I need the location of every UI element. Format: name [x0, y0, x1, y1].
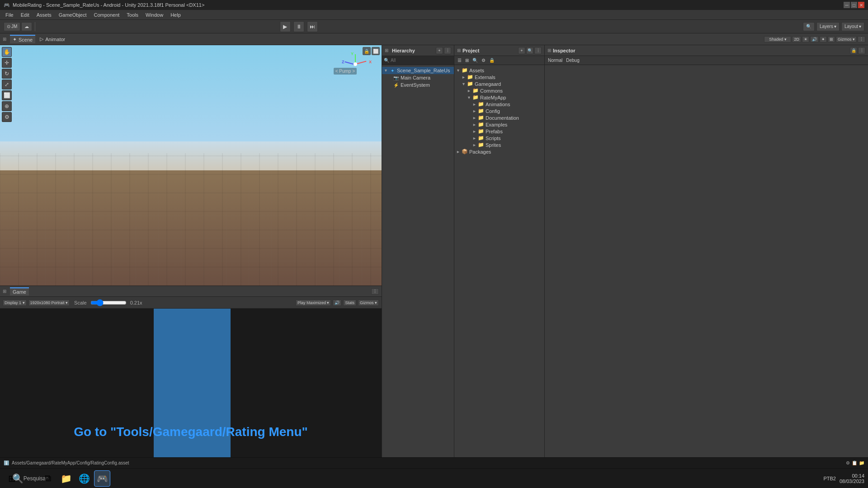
custom-tool-btn[interactable]: ⚙ — [2, 112, 12, 122]
project-item-config[interactable]: ► 📁 Config — [454, 108, 544, 114]
rect-tool-btn[interactable]: ⬜ — [2, 90, 12, 100]
taskbar-right: PTB2 00:14 08/03/2023 — [823, 473, 864, 484]
game-viewport[interactable]: Go to "Tools/Gamegaard/Rating Menu" — [0, 309, 382, 457]
project-header: ⊞ Project + 🔍 ⋮ — [454, 45, 544, 56]
project-tool-3[interactable]: 🔍 — [471, 57, 479, 63]
hierarchy-item-eventsystem[interactable]: ⚡ EventSystem — [382, 81, 454, 89]
stats-btn[interactable]: Stats — [343, 300, 356, 306]
layers-dropdown[interactable]: Layers ▾ — [816, 22, 840, 31]
taskbar-unity[interactable]: 🎮 — [94, 470, 110, 487]
project-item-gamegaard[interactable]: ▼ 📁 Gamegaard — [454, 80, 544, 87]
task-view-btn[interactable]: ⧉ — [40, 470, 56, 487]
play-maximized-btn[interactable]: Play Maximized ▾ — [296, 300, 331, 306]
hand-tool-btn[interactable]: ✋ — [2, 47, 12, 57]
transform-tool-btn[interactable]: ⊕ — [2, 101, 12, 111]
project-item-externals[interactable]: ► 📁 Externals — [454, 74, 544, 80]
scale-tool-btn[interactable]: ⤢ — [2, 80, 12, 89]
scene-grid-btn[interactable]: ⊞ — [828, 36, 835, 42]
scene-maximize-btn[interactable]: ⬜ — [372, 47, 380, 55]
pause-button[interactable]: ⏸ — [293, 21, 304, 32]
hierarchy-item-camera[interactable]: 📷 Main Camera — [382, 74, 454, 81]
project-tool-4[interactable]: ⚙ — [480, 57, 487, 63]
hierarchy-search-input[interactable] — [389, 57, 452, 64]
menu-component[interactable]: Component — [90, 11, 123, 19]
taskbar-browser[interactable]: 🌐 — [76, 470, 92, 487]
status-settings-icon[interactable]: ⚙ — [846, 460, 850, 465]
project-add-btn[interactable]: + — [518, 47, 525, 54]
scale-slider[interactable] — [90, 300, 127, 305]
audio-mute-btn[interactable]: 🔊 — [333, 300, 341, 306]
scene-audio-btn[interactable]: 🔊 — [810, 36, 819, 42]
menu-file[interactable]: File — [2, 11, 17, 19]
search-button[interactable]: 🔍 — [803, 22, 815, 31]
project-tool-5[interactable]: 🔒 — [488, 57, 496, 63]
layout-label: Layout — [844, 24, 858, 29]
gizmos-game-btn[interactable]: Gizmos ▾ — [358, 300, 379, 306]
scene-lock-btn[interactable]: 🔒 — [363, 47, 371, 55]
project-item-packages[interactable]: ► 📦 Packages — [454, 148, 544, 155]
play-button[interactable]: ▶ — [280, 21, 291, 32]
tab-game[interactable]: Game — [10, 287, 29, 296]
project-item-examples[interactable]: ► 📁 Examples — [454, 121, 544, 128]
scene-lights-btn[interactable]: ☀ — [802, 36, 809, 42]
close-button[interactable]: ✕ — [858, 2, 864, 8]
project-item-assets[interactable]: ▼ 📁 Assets — [454, 67, 544, 74]
search-taskbar-button[interactable]: 🔍 Pesquisar — [22, 470, 38, 487]
menu-edit[interactable]: Edit — [17, 11, 33, 19]
hierarchy-add-btn[interactable]: + — [436, 47, 443, 54]
tab-animator[interactable]: ▷ Animator — [37, 35, 68, 43]
inspector-header-btns: 🔒 ⋮ — [850, 47, 865, 54]
project-tool-2[interactable]: ⊞ — [464, 57, 470, 63]
inspector-lock-btn[interactable]: 🔒 — [850, 47, 857, 54]
layout-dropdown[interactable]: Layout ▾ — [841, 22, 864, 31]
camera-icon: 📷 — [393, 75, 399, 81]
inspector-more-btn[interactable]: ⋮ — [858, 47, 865, 54]
menu-help[interactable]: Help — [167, 11, 184, 19]
inspector-debug-btn[interactable]: Debug — [565, 57, 580, 63]
hierarchy-more-btn[interactable]: ⋮ — [444, 47, 451, 54]
project-tool-1[interactable]: ☰ — [456, 57, 463, 63]
step-button[interactable]: ⏭ — [307, 21, 318, 32]
scene-fx-btn[interactable]: ✦ — [820, 36, 827, 42]
scene-2d-btn[interactable]: 2D — [792, 36, 801, 42]
inspector-normal-btn[interactable]: Normal — [547, 57, 564, 63]
project-item-prefabs[interactable]: ► 📁 Prefabs — [454, 128, 544, 135]
scene-viewport[interactable]: ✋ ✛ ↻ ⤢ ⬜ ⊕ ⚙ X Y — [0, 45, 382, 286]
resolution-label: 868x488 Portrait — [30, 300, 65, 305]
scene-shading-btn[interactable]: Shaded ▾ — [764, 36, 791, 42]
project-item-animations[interactable]: ► 📁 Animations — [454, 101, 544, 108]
project-toolbar: ☰ ⊞ 🔍 ⚙ 🔒 — [454, 56, 544, 65]
menu-tools[interactable]: Tools — [123, 11, 142, 19]
move-tool-btn[interactable]: ✛ — [2, 58, 12, 68]
menu-gameobject[interactable]: GameObject — [55, 11, 90, 19]
project-more-btn[interactable]: ⋮ — [534, 47, 542, 54]
scene-gizmos-btn[interactable]: Gizmos ▾ — [836, 36, 857, 42]
project-item-scripts[interactable]: ► 📁 Scripts — [454, 135, 544, 141]
status-build-icon[interactable]: 📋 — [852, 460, 857, 465]
game-more-btn[interactable]: ⋮ — [371, 288, 379, 295]
project-item-documentation[interactable]: ► 📁 Documentation — [454, 114, 544, 121]
cloud-button[interactable]: ☁ — [21, 22, 32, 31]
rotate-tool-btn[interactable]: ↻ — [2, 69, 12, 79]
project-item-sprites[interactable]: ► 📁 Sprites — [454, 141, 544, 148]
instruction-text: Go to "Tools/Gamegaard/Rating Menu" — [74, 425, 308, 439]
menu-assets[interactable]: Assets — [33, 11, 55, 19]
config-folder-icon: 📁 — [478, 108, 484, 114]
scene-label: Scene_Sample_RateUs — [397, 68, 450, 73]
project-search-btn[interactable]: 🔍 — [526, 47, 533, 54]
status-folder-icon[interactable]: 📁 — [859, 460, 864, 465]
menu-window[interactable]: Window — [142, 11, 167, 19]
display-dropdown[interactable]: Display 1 ▾ — [3, 300, 27, 306]
project-item-commons[interactable]: ► 📁 Commons — [454, 87, 544, 94]
inspector-header: ⊞ Inspector 🔒 ⋮ — [545, 45, 868, 56]
project-item-ratemyapp[interactable]: ▼ 📁 RateMyApp — [454, 94, 544, 101]
clock-time: 00:14 — [840, 473, 864, 479]
scene-more-btn[interactable]: ⋮ — [858, 36, 865, 42]
tab-scene[interactable]: ✦ Scene — [10, 35, 35, 43]
resolution-dropdown[interactable]: 868x488 Portrait ▾ — [28, 300, 70, 306]
taskbar-file-manager[interactable]: 📁 — [58, 470, 74, 487]
maximize-button[interactable]: □ — [851, 2, 857, 8]
account-button[interactable]: ⊙ JM — [4, 22, 20, 31]
minimize-button[interactable]: ─ — [844, 2, 850, 8]
hierarchy-item-scene[interactable]: ▼ ✦ Scene_Sample_RateUs — [382, 67, 454, 74]
